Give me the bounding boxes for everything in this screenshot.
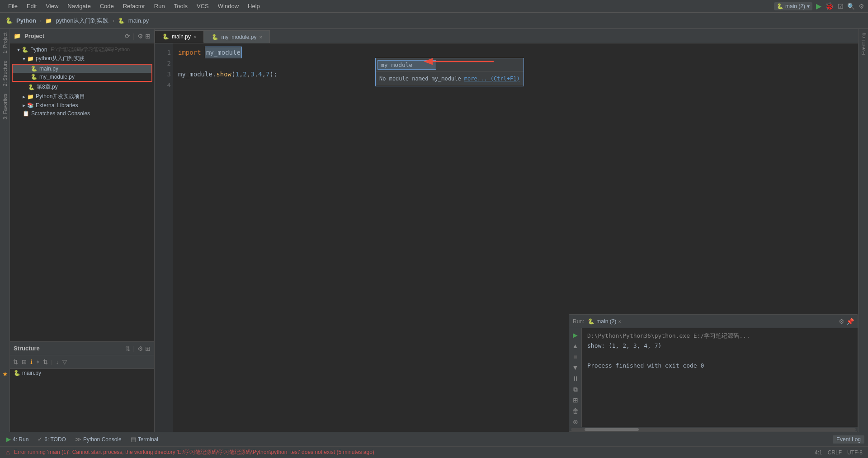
run-tab-icon2: ▶ [6, 436, 11, 443]
search-everywhere-button[interactable]: 🔍 [847, 3, 855, 10]
run-config-dropdown[interactable]: 🐍 main (2) ▾ [774, 2, 812, 10]
play-button[interactable]: ▶ [816, 2, 821, 10]
run-settings-icon[interactable]: ⚙ [839, 318, 844, 325]
status-crlf[interactable]: CRLF [828, 449, 842, 456]
tab-my-module-py[interactable]: 🐍 my_module.py × [204, 30, 269, 43]
structure-settings-icon[interactable]: ⚙ [137, 345, 143, 352]
run-pause-icon[interactable]: ⏸ [571, 373, 580, 383]
tab-main-py-close[interactable]: × [193, 34, 196, 39]
run-config-icon: 🐍 [777, 3, 783, 9]
tree-external-libs[interactable]: ▸ 📚 External Libraries [10, 101, 154, 109]
run-down-icon[interactable]: ▼ [571, 363, 580, 373]
bottom-tab-run[interactable]: ▶ 4: Run [4, 435, 31, 444]
menu-file[interactable]: File [4, 1, 22, 11]
titlebar: 🐍 Python › 📁 python从入门到实践 › 🐍 main.py [0, 13, 868, 29]
run-scrollbar-track[interactable] [571, 428, 856, 431]
vtab-event-log[interactable]: Event Log [859, 29, 868, 59]
main-layout: 1: Project 2: Structure 3: Favorites ★ 📁… [0, 29, 868, 432]
menu-edit[interactable]: Edit [22, 1, 41, 11]
menu-run[interactable]: Run [150, 1, 170, 11]
coverage-button[interactable]: ☑ [838, 3, 844, 10]
tree-file-chap8[interactable]: 🐍 第8章.py [10, 82, 154, 92]
tree-arrow-dev: ▸ [23, 94, 25, 100]
structure-title: Structure [14, 345, 40, 352]
run-stop-icon[interactable]: ■ [571, 352, 580, 362]
tree-libs-label: External Libraries [36, 102, 78, 109]
run-scrollbar-thumb[interactable] [585, 428, 639, 431]
run-tab-icon: 🐍 [588, 318, 594, 325]
run-trash2-icon[interactable]: 🗑 [571, 406, 580, 416]
run-tab-main2[interactable]: 🐍 main (2) × [588, 318, 621, 325]
struct-info-icon[interactable]: ℹ [29, 358, 34, 366]
tree-scratches[interactable]: 📋 Scratches and Consoles [10, 109, 154, 118]
tree-file-main[interactable]: 🐍 main.py [13, 65, 151, 73]
status-line-col: 4:1 [815, 449, 822, 456]
autocomplete-input[interactable] [377, 60, 436, 70]
run-scroll-icon[interactable]: ⊞ [571, 395, 580, 405]
tree-folder-icon: 📁 [27, 56, 34, 62]
menu-vcs[interactable]: VCS [192, 1, 213, 11]
run-filter-icon[interactable]: ⊗ [571, 417, 580, 427]
tree-folder-label: python从入门到实践 [36, 55, 85, 62]
structure-main-py[interactable]: 🐍 main.py [10, 369, 154, 377]
struct-sort-alpha-icon[interactable]: ⇅ [12, 358, 19, 366]
structure-expand-icon[interactable]: ⊞ [145, 345, 151, 352]
tab-main-py[interactable]: 🐍 main.py × [155, 30, 204, 43]
bottom-tab-python-console[interactable]: ≫ Python Console [72, 435, 124, 444]
cog-icon[interactable]: ⚙ [137, 33, 143, 40]
autocomplete-popup: No module named my_module more... (Ctrl+… [375, 58, 524, 86]
status-charset[interactable]: UTF-8 [847, 449, 863, 456]
struct-sync-icon[interactable]: ⇅ [42, 358, 49, 366]
menu-help[interactable]: Help [243, 1, 264, 11]
run-scrollbar[interactable] [569, 427, 858, 431]
sync-icon[interactable]: ⟳ [125, 33, 130, 40]
menu-tools[interactable]: Tools [170, 1, 192, 11]
status-error-icon: ⚠ [5, 449, 10, 456]
tree-py-icon-mymodule: 🐍 [31, 74, 38, 80]
debug-button[interactable]: 🐞 [825, 2, 834, 10]
run-up-icon[interactable]: ▲ [571, 341, 580, 351]
event-log-btn[interactable]: Event Log [833, 435, 864, 444]
line-num-4: 4 [156, 80, 171, 90]
autocomplete-error-link[interactable]: more... (Ctrl+F1) [464, 76, 520, 82]
breadcrumb-python: 🐍 [5, 17, 13, 24]
menu-window[interactable]: Window [213, 1, 243, 11]
tab-mymodule-close[interactable]: × [259, 34, 262, 40]
code-arg3: 3 [250, 69, 254, 80]
run-panel: Run: 🐍 main (2) × ⚙ 📌 ▶ ▲ ■ ▼ ⏸ [569, 314, 858, 432]
run-dump-icon[interactable]: ⧉ [571, 384, 580, 394]
breadcrumb-sep2: › [112, 17, 114, 24]
structure-sort-icon[interactable]: ⇅ [125, 345, 131, 352]
menu-code[interactable]: Code [95, 1, 118, 11]
tree-file-mymodule[interactable]: 🐍 my_module.py [13, 73, 151, 81]
run-play-icon[interactable]: ▶ [571, 330, 580, 340]
menu-view[interactable]: View [41, 1, 63, 11]
code-show-fn: show [216, 69, 231, 80]
tree-scratches-label: Scratches and Consoles [31, 110, 90, 117]
struct-nav-icon[interactable]: ⌖ [35, 358, 41, 367]
struct-down-icon[interactable]: ↓ [54, 358, 60, 366]
settings-button[interactable]: ⚙ [859, 3, 864, 10]
tree-folder-python-intro[interactable]: ▾ 📁 python从入门到实践 [10, 54, 154, 63]
struct-group-icon[interactable]: ⊞ [20, 358, 28, 366]
bottom-tab-todo[interactable]: ✓ 6: TODO [35, 435, 69, 444]
run-panel-header: Run: 🐍 main (2) × ⚙ 📌 [569, 315, 858, 328]
bottom-tab-terminal[interactable]: ▤ Terminal [128, 435, 161, 444]
code-arg5: 7 [266, 69, 269, 80]
vtab-structure[interactable]: 2: Structure [1, 57, 9, 90]
code-line-1: import my_module [178, 47, 853, 58]
editor-tabs: 🐍 main.py × 🐍 my_module.py × [155, 29, 858, 43]
status-bar: ⚠ Error running 'main (1)': Cannot start… [0, 446, 868, 458]
tree-folder-devproject[interactable]: ▸ 📁 Python开发实战项目 [10, 92, 154, 101]
run-pin-icon[interactable]: 📌 [846, 318, 854, 325]
menu-navigate[interactable]: Navigate [63, 1, 95, 11]
expand-icon[interactable]: ⊞ [145, 33, 151, 40]
project-folder-icon: 📁 [14, 33, 21, 39]
run-tab-close[interactable]: × [618, 319, 621, 324]
struct-filter-icon[interactable]: ▽ [61, 358, 68, 366]
vtab-favorites[interactable]: 3: Favorites [1, 90, 9, 123]
tree-root-python[interactable]: ▾ 🐍 Python E:\学笔记源码\学习笔记源码\Python [10, 45, 154, 54]
favorites-star-icon[interactable]: ★ [2, 370, 8, 378]
vtab-project[interactable]: 1: Project [1, 29, 9, 57]
menu-refactor[interactable]: Refactor [118, 1, 150, 11]
